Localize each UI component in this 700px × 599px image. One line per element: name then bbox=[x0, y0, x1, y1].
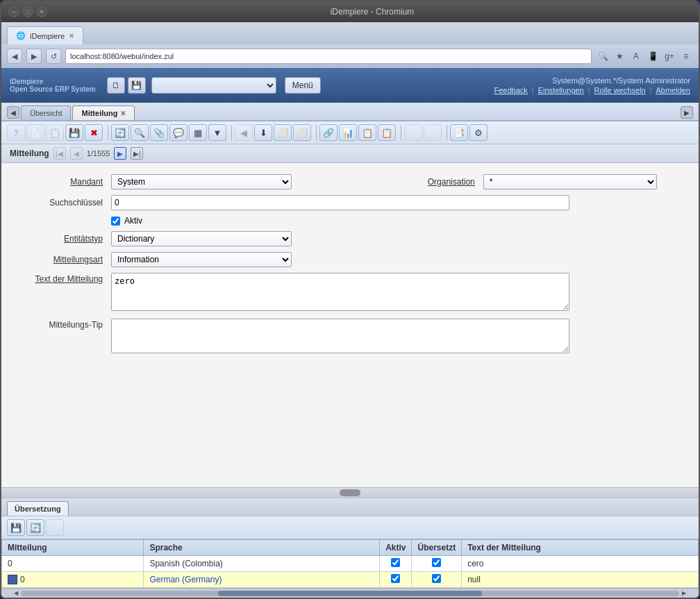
toolbar-find-btn[interactable]: 🔍 bbox=[131, 124, 149, 141]
translate-icon[interactable]: A bbox=[629, 49, 643, 63]
menu-icon[interactable]: ≡ bbox=[679, 49, 693, 63]
scroll-thumb[interactable] bbox=[218, 591, 481, 596]
suchschluessel-input[interactable] bbox=[111, 195, 569, 210]
toolbar-detail-btn[interactable]: ⬜ bbox=[293, 124, 311, 141]
mitteilungsart-label: Mitteilungsart bbox=[10, 249, 107, 270]
toolbar-help-btn[interactable]: ? bbox=[7, 124, 25, 141]
reload-btn[interactable]: ↺ bbox=[46, 49, 61, 64]
record-label: Mitteilung bbox=[10, 149, 49, 158]
scroll-left-btn[interactable]: ◀ bbox=[11, 589, 21, 598]
text-textarea[interactable]: zero bbox=[111, 273, 569, 311]
address-input[interactable] bbox=[65, 49, 592, 64]
scroll-handle[interactable] bbox=[340, 489, 360, 496]
gplus-icon[interactable]: g+ bbox=[662, 49, 676, 63]
nav-first-btn[interactable]: |◀ bbox=[53, 147, 66, 160]
toolbar-zoom-btn[interactable]: 🔗 bbox=[319, 124, 338, 141]
cell-sprache: Spanish (Colombia) bbox=[144, 556, 380, 572]
abmelden-link[interactable]: Abmelden bbox=[656, 86, 690, 94]
toolbar-form-btn[interactable]: ⬜ bbox=[274, 124, 292, 141]
mandant-label: Mandant bbox=[10, 171, 107, 192]
nav-prev-btn[interactable]: ◀ bbox=[70, 147, 83, 160]
app-logo-text: iDempiere bbox=[10, 78, 96, 85]
bookmark-icon[interactable]: ★ bbox=[612, 49, 626, 63]
save-btn[interactable]: 💾 bbox=[128, 77, 146, 94]
toolbar-trans-btn[interactable]: 📊 bbox=[339, 124, 357, 141]
toolbar-copy2-btn[interactable]: 📋 bbox=[358, 124, 376, 141]
phone-icon[interactable]: 📱 bbox=[646, 49, 660, 63]
left-collapse-btn[interactable]: ◀ bbox=[7, 106, 19, 119]
translation-section: Übersetzung 💾 🔄 Mitteilung bbox=[1, 497, 699, 598]
toolbar-copy-btn[interactable]: 📋 bbox=[46, 124, 64, 141]
tip-textarea[interactable] bbox=[111, 319, 569, 353]
app-logo-sub: Open Source ERP System bbox=[10, 85, 96, 93]
table-header-row: Mitteilung Sprache Aktiv Übersetzt Text … bbox=[2, 540, 699, 556]
tab-uebersicht-label: Übersicht bbox=[30, 109, 62, 117]
bottom-scrollbar[interactable]: ◀ ▶ bbox=[1, 588, 699, 598]
browser-tab[interactable]: 🌐 iDempiere ✕ bbox=[7, 26, 83, 44]
tip-field bbox=[107, 316, 690, 358]
cell-sprache: German (Germany) bbox=[144, 572, 380, 588]
uebersetzt-cell-checkbox[interactable] bbox=[432, 558, 441, 567]
mandant-select[interactable]: System bbox=[111, 174, 292, 189]
new-window-btn[interactable]: 🗋 bbox=[107, 77, 125, 94]
aktiv-cell-checkbox[interactable] bbox=[391, 574, 400, 583]
tab-uebersicht[interactable]: Übersicht bbox=[21, 106, 71, 120]
close-btn[interactable]: ✕ bbox=[36, 6, 47, 17]
minimize-btn[interactable]: – bbox=[8, 6, 19, 17]
toolbar-new-btn[interactable]: 📄 bbox=[26, 124, 44, 141]
entitaetstyp-select[interactable]: DictionaryUser maintainedSystem bbox=[111, 231, 292, 246]
toolbar-blank2-btn bbox=[424, 124, 442, 141]
tab-mitteilung-close[interactable]: ✕ bbox=[120, 110, 126, 117]
nav-next-btn[interactable]: ▶ bbox=[114, 147, 126, 160]
trans-save-btn[interactable]: 💾 bbox=[7, 519, 25, 536]
translation-tab-label[interactable]: Übersetzung bbox=[7, 501, 69, 516]
scroll-right-btn[interactable]: ▶ bbox=[679, 589, 689, 598]
organisation-select[interactable]: * bbox=[483, 174, 657, 189]
tab-close-btn[interactable]: ✕ bbox=[69, 32, 74, 40]
translation-toolbar: 💾 🔄 bbox=[1, 516, 699, 539]
text-label: Text der Mitteilung bbox=[10, 270, 107, 316]
browser-addressbar: ◀ ▶ ↺ 🔍 ★ A 📱 g+ ≡ bbox=[1, 44, 699, 68]
forward-btn[interactable]: ▶ bbox=[26, 49, 42, 64]
scroll-area bbox=[1, 487, 699, 497]
toolbar-save-btn[interactable]: 💾 bbox=[65, 124, 83, 141]
trans-refresh-btn[interactable]: 🔄 bbox=[26, 519, 44, 536]
toolbar-attach-btn[interactable]: 📎 bbox=[150, 124, 168, 141]
text-field: zero bbox=[107, 270, 690, 316]
einstellungen-link[interactable]: Einstellungen bbox=[538, 86, 584, 94]
toolbar-prev-btn[interactable]: ◀ bbox=[235, 124, 253, 141]
feedback-link[interactable]: Feedback bbox=[494, 86, 528, 94]
aktiv-cell-checkbox[interactable] bbox=[391, 558, 400, 567]
right-collapse-btn[interactable]: ▶ bbox=[681, 106, 693, 119]
toolbar-refresh-btn[interactable]: 🔄 bbox=[111, 124, 129, 141]
record-nav: Mitteilung |◀ ◀ 1/1555 ▶ ▶| bbox=[1, 144, 699, 163]
browser-controls: – □ ✕ bbox=[8, 6, 47, 17]
toolbar-report-btn[interactable]: 📑 bbox=[450, 124, 468, 141]
zoom-icon[interactable]: 🔍 bbox=[596, 49, 610, 63]
rolle-wechseln-link[interactable]: Rolle wechseln bbox=[594, 86, 646, 94]
mitteilungsart-select[interactable]: InformationWarningError bbox=[111, 252, 292, 267]
app-selector[interactable] bbox=[151, 77, 276, 94]
toolbar-grid-btn[interactable]: ▦ bbox=[189, 124, 207, 141]
uebersetzt-cell-checkbox[interactable] bbox=[432, 574, 441, 583]
toolbar-delete-btn[interactable]: ✖ bbox=[85, 124, 103, 141]
sep-2 bbox=[229, 125, 232, 140]
table-row[interactable]: 0German (Germany)null bbox=[2, 572, 699, 588]
table-row[interactable]: 0Spanish (Colombia)cero bbox=[2, 556, 699, 572]
menu-button[interactable]: Menü bbox=[285, 77, 321, 94]
toolbar-proc-btn[interactable]: ⚙ bbox=[469, 124, 488, 141]
back-btn[interactable]: ◀ bbox=[7, 49, 22, 64]
cell-uebersetzt bbox=[412, 572, 462, 588]
col-uebersetzt: Übersetzt bbox=[412, 540, 462, 556]
toolbar-down-btn[interactable]: ▼ bbox=[208, 124, 226, 141]
maximize-btn[interactable]: □ bbox=[22, 6, 33, 17]
cell-aktiv bbox=[380, 556, 412, 572]
col-text: Text der Mitteilung bbox=[462, 540, 699, 556]
nav-last-btn[interactable]: ▶| bbox=[131, 147, 143, 160]
toolbar-copy3-btn[interactable]: 📋 bbox=[378, 124, 396, 141]
aktiv-checkbox[interactable] bbox=[111, 217, 120, 226]
toolbar-chat-btn[interactable]: 💬 bbox=[169, 124, 188, 141]
toolbar-down2-btn[interactable]: ⬇ bbox=[254, 124, 272, 141]
tab-mitteilung[interactable]: Mitteilung ✕ bbox=[72, 106, 135, 120]
tab-panel: ? 📄 📋 💾 ✖ 🔄 🔍 📎 💬 ▦ ▼ ◀ ⬇ ⬜ ⬜ bbox=[1, 121, 699, 598]
